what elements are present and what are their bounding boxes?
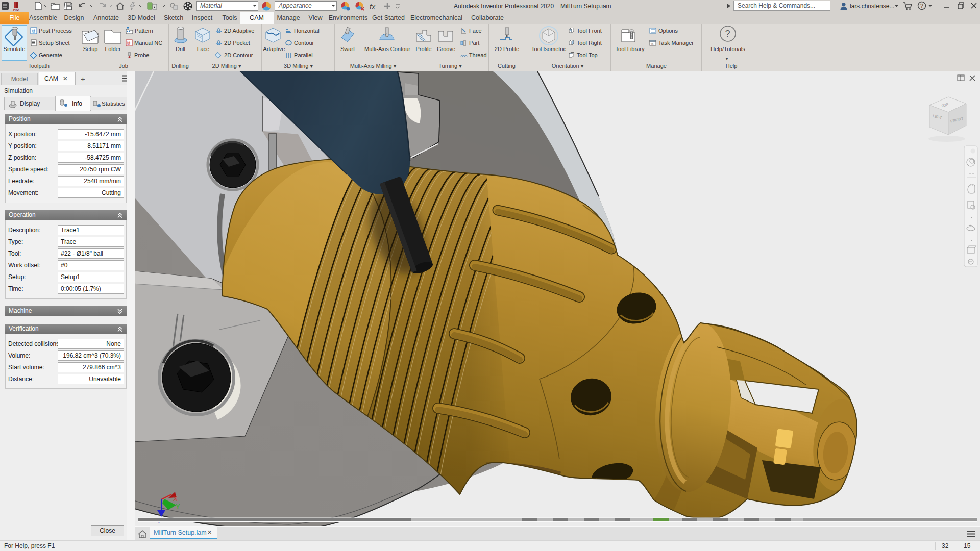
svg-text:%: % [651,42,654,45]
svg-text:?: ? [725,29,730,39]
svg-text:G2: G2 [127,43,131,46]
svg-text:Y: Y [176,503,180,510]
svg-text:?: ? [920,3,923,9]
svg-text:X: X [173,495,178,503]
svg-text:G2: G2 [32,31,35,34]
svg-text:PRO: PRO [13,8,19,11]
